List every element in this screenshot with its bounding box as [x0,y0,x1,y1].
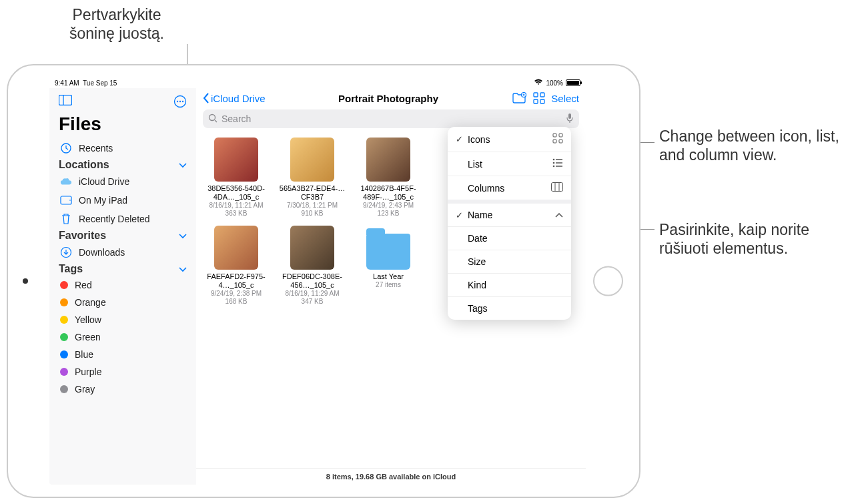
file-item[interactable]: 565A3B27-EDE4-…CF3B77/30/18, 1:21 PM910 … [279,138,346,218]
menu-label: List [468,159,552,170]
download-icon [60,246,72,258]
view-grid-icon[interactable] [531,92,547,104]
wifi-icon [534,79,543,87]
svg-point-3 [177,101,178,102]
file-name: FAEFAFD2-F975-4…_105_c [203,272,270,290]
thumbnail [214,138,258,182]
menu-label: Date [468,233,563,244]
sidebar-tag-item[interactable]: Orange [49,294,196,311]
clock-icon [60,142,72,154]
file-size: 347 KB [302,298,324,306]
sidebar-tag-item[interactable]: Purple [49,363,196,381]
new-folder-icon[interactable] [511,92,527,104]
more-icon[interactable] [172,95,188,108]
sidebar-item-onmyipad[interactable]: On My iPad [49,191,196,210]
menu-item-sort[interactable]: Tags [448,297,571,320]
search-icon [208,113,218,125]
thumbnail [366,138,410,182]
menu-item-view[interactable]: Columns [448,176,571,200]
sidebar-item-icloud[interactable]: iCloud Drive [49,172,196,191]
thumbnail [290,138,334,182]
ipad-frame: 9:41 AM Tue Sep 15 100% [7,64,640,498]
sidebar-title: Files [49,111,196,139]
sidebar-item-recents[interactable]: Recents [49,139,196,158]
svg-rect-20 [553,140,556,143]
file-date: 7/30/18, 1:21 PM [287,202,338,210]
tag-label: Green [75,332,101,342]
svg-point-5 [182,101,183,102]
menu-item-view[interactable]: ✓Icons [448,127,571,152]
file-name: 38DE5356-540D-4DA…_105_c [203,184,270,202]
select-button[interactable]: Select [551,93,579,104]
sidebar-section-locations[interactable]: Locations [49,158,196,172]
file-item[interactable]: 1402867B-4F5F-489F-…_105_c9/24/19, 2:43 … [355,138,422,218]
file-size: 168 KB [226,298,248,306]
status-bar: 9:41 AM Tue Sep 15 100% [49,77,586,88]
svg-point-8 [69,200,71,201]
menu-item-sort[interactable]: Size [448,250,571,274]
tag-dot-icon [60,298,68,306]
sidebar-section-tags[interactable]: Tags [49,262,196,276]
toolbar: iCloud Drive Portrait Photography Select [196,88,586,108]
search-bar[interactable]: Search [203,109,579,128]
sidebar-tag-item[interactable]: Green [49,328,196,346]
battery-pct: 100% [546,79,563,87]
file-meta: 27 items [376,281,401,289]
file-name: 565A3B27-EDE4-…CF3B7 [279,184,346,202]
section-label: Locations [59,159,109,171]
svg-point-22 [553,159,555,161]
file-item[interactable]: FDEF06DC-308E-456…_105_c8/16/19, 11:29 A… [279,226,346,306]
battery-icon [566,79,580,86]
svg-rect-13 [534,99,538,103]
tag-label: Orange [75,297,106,308]
sidebar-tag-item[interactable]: Gray [49,381,196,398]
view-sort-menu: ✓IconsListColumns ✓NameDateSizeKindTags [448,127,571,320]
svg-rect-12 [540,93,544,97]
home-button[interactable] [593,266,623,296]
screen: 9:41 AM Tue Sep 15 100% [49,77,586,485]
tag-dot-icon [60,281,68,289]
file-item[interactable]: FAEFAFD2-F975-4…_105_c9/24/19, 2:38 PM16… [203,226,270,306]
section-label: Tags [59,263,83,275]
menu-item-view[interactable]: List [448,152,571,176]
chev-up-icon [555,210,563,220]
menu-item-sort[interactable]: ✓Name [448,204,571,227]
menu-item-sort[interactable]: Date [448,227,571,250]
tag-dot-icon [60,350,68,358]
svg-rect-14 [540,99,544,103]
menu-label: Size [468,256,563,267]
content-area: iCloud Drive Portrait Photography Select… [196,88,586,485]
back-button[interactable]: iCloud Drive [203,93,266,104]
tag-label: Red [75,280,92,290]
chevron-down-icon [179,159,187,171]
sidebar-tag-item[interactable]: Yellow [49,311,196,328]
mic-icon[interactable] [566,113,574,125]
sidebar-item-deleted[interactable]: Recently Deleted [49,210,196,228]
sidebar-tag-item[interactable]: Blue [49,346,196,363]
file-item[interactable]: Last Year27 items [355,226,422,306]
sidebar: Files Recents Locations iCloud Drive On … [49,88,196,485]
sidebar-item-label: Recently Deleted [79,214,150,224]
file-name: 1402867B-4F5F-489F-…_105_c [355,184,422,202]
svg-rect-17 [568,113,571,119]
sidebar-tag-item[interactable]: Red [49,276,196,294]
sidebar-toggle-icon[interactable] [57,95,73,108]
svg-rect-11 [534,93,538,97]
tag-dot-icon [60,385,68,393]
svg-rect-19 [559,134,562,137]
thumbnail [290,226,334,270]
tag-dot-icon [60,368,68,376]
file-name: Last Year [373,272,404,281]
svg-rect-18 [553,134,556,137]
sidebar-section-favorites[interactable]: Favorites [49,228,196,243]
file-item[interactable]: 38DE5356-540D-4DA…_105_c8/16/19, 11:21 A… [203,138,270,218]
sidebar-item-label: Downloads [79,247,125,258]
menu-label: Name [468,210,555,220]
trash-icon [60,213,72,225]
tag-label: Gray [75,384,95,395]
page-title: Portrait Photography [270,93,508,104]
menu-item-sort[interactable]: Kind [448,274,571,297]
svg-point-24 [553,162,555,164]
file-date: 9/24/19, 2:43 PM [363,202,414,210]
sidebar-item-downloads[interactable]: Downloads [49,243,196,262]
